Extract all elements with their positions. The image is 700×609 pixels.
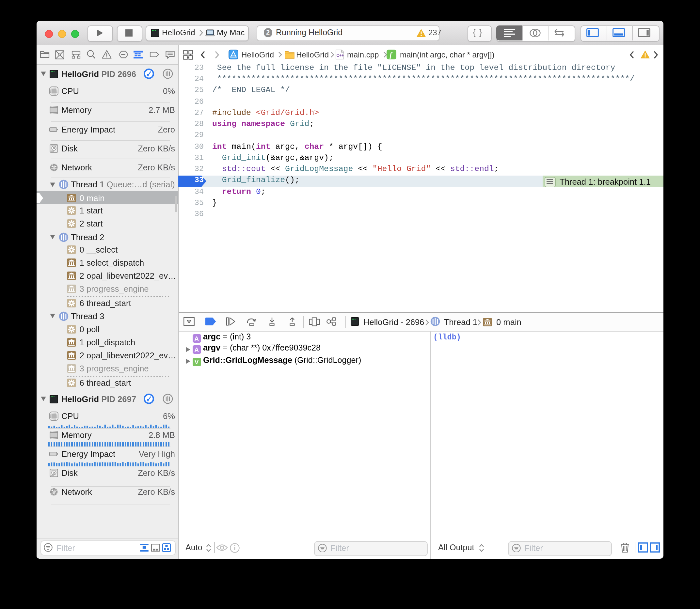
svg-text:C++: C++ (336, 53, 343, 58)
